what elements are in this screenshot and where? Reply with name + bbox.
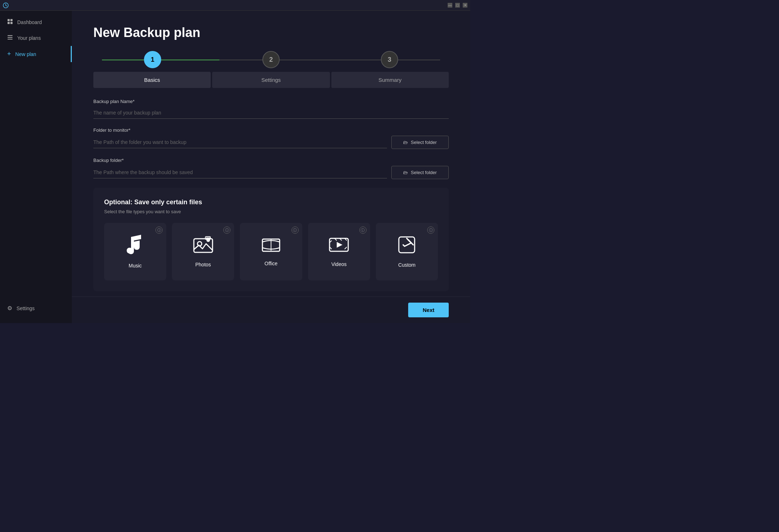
office-label: Office: [265, 261, 277, 266]
step-tabs: Basics Settings Summary: [93, 72, 449, 88]
tab-summary[interactable]: Summary: [331, 72, 449, 88]
maximize-button[interactable]: □: [455, 3, 460, 8]
file-type-office[interactable]: ⓘ Office: [240, 223, 302, 280]
step-circle-1: 1: [144, 51, 161, 68]
sidebar-item-new-plan[interactable]: + New plan: [0, 46, 72, 62]
svg-rect-2: [10, 19, 13, 21]
backup-folder-field: Backup folder* 🗁 Select folder: [93, 158, 449, 179]
plus-icon: +: [7, 50, 11, 58]
select-folder-backup-button[interactable]: 🗁 Select folder: [391, 166, 449, 179]
bottom-bar: Next: [72, 297, 470, 323]
sidebar-item-new-plan-label: New plan: [15, 51, 36, 57]
sidebar-item-dashboard[interactable]: Dashboard: [0, 14, 72, 30]
folder-to-monitor-label: Folder to monitor*: [93, 127, 449, 133]
tab-basics[interactable]: Basics: [93, 72, 211, 88]
sidebar-item-settings[interactable]: ⚙ Settings: [0, 300, 72, 316]
svg-rect-4: [10, 22, 13, 24]
svg-rect-5: [8, 35, 13, 36]
settings-icon: ⚙: [7, 305, 12, 312]
file-type-music[interactable]: ⓘ Music: [104, 223, 166, 280]
svg-rect-1: [8, 19, 10, 21]
backup-plan-name-field: Backup plan Name*: [93, 99, 449, 119]
videos-info-icon[interactable]: ⓘ: [359, 227, 367, 234]
svg-line-21: [345, 247, 347, 249]
backup-folder-label: Backup folder*: [93, 158, 449, 163]
step-circle-2: 2: [262, 51, 280, 68]
main-content: New Backup plan 1 2: [72, 11, 470, 297]
stepper-steps: 1 2 3: [93, 51, 449, 68]
stepper-step-3: 3: [330, 51, 449, 68]
backup-folder-input[interactable]: [93, 167, 387, 178]
sidebar-item-your-plans[interactable]: Your plans: [0, 30, 72, 46]
optional-title: Optional: Save only certain files: [104, 199, 438, 206]
custom-icon: [397, 235, 416, 257]
stepper-container: 1 2 3: [93, 51, 449, 68]
photos-label: Photos: [195, 262, 211, 267]
folder-to-monitor-field: Folder to monitor* 🗁 Select folder: [93, 127, 449, 149]
page-title: New Backup plan: [93, 25, 449, 40]
svg-point-10: [206, 238, 210, 242]
sidebar-item-your-plans-label: Your plans: [17, 35, 41, 41]
music-icon: [126, 235, 145, 258]
file-type-videos[interactable]: ⓘ: [308, 223, 370, 280]
optional-section: Optional: Save only certain files Select…: [93, 188, 449, 291]
sidebar-active-indicator: [71, 46, 72, 62]
sidebar-bottom: ⚙ Settings: [0, 300, 72, 323]
videos-icon: [329, 236, 349, 256]
titlebar-controls: — □ ✕: [448, 3, 467, 8]
videos-label: Videos: [331, 261, 347, 267]
optional-subtitle: Select the file types you want to save: [104, 209, 438, 214]
office-icon: [262, 237, 280, 256]
sidebar: Dashboard Your plans + New plan ⚙ Settin…: [0, 11, 72, 323]
folder-icon-1: 🗁: [403, 140, 408, 145]
select-folder-monitor-button[interactable]: 🗁 Select folder: [391, 136, 449, 149]
svg-marker-15: [337, 242, 342, 248]
folder-icon-2: 🗁: [403, 170, 408, 175]
close-button[interactable]: ✕: [463, 3, 467, 8]
svg-rect-6: [8, 37, 13, 38]
next-button[interactable]: Next: [408, 303, 449, 317]
photos-info-icon[interactable]: ⓘ: [223, 227, 230, 234]
stepper-step-1: 1: [93, 51, 212, 68]
sidebar-item-settings-label: Settings: [17, 305, 35, 311]
titlebar: — □ ✕: [0, 0, 470, 11]
backup-plan-name-label: Backup plan Name*: [93, 99, 449, 104]
titlebar-icon: [3, 3, 9, 8]
minimize-button[interactable]: —: [448, 3, 452, 8]
file-type-grid: ⓘ Music ⓘ: [104, 223, 438, 280]
backup-plan-name-input[interactable]: [93, 107, 449, 119]
folder-to-monitor-row: 🗁 Select folder: [93, 136, 449, 149]
list-icon: [7, 34, 13, 42]
music-info-icon[interactable]: ⓘ: [155, 227, 163, 234]
office-info-icon[interactable]: ⓘ: [291, 227, 299, 234]
music-label: Music: [129, 263, 142, 269]
photos-icon: [193, 236, 213, 257]
svg-rect-7: [8, 39, 13, 39]
step-circle-3: 3: [381, 51, 398, 68]
folder-to-monitor-input[interactable]: [93, 136, 387, 148]
custom-info-icon[interactable]: ⓘ: [427, 227, 434, 234]
tab-settings[interactable]: Settings: [212, 72, 330, 88]
grid-icon: [7, 19, 13, 26]
svg-rect-3: [8, 22, 10, 24]
backup-folder-row: 🗁 Select folder: [93, 166, 449, 179]
file-type-custom[interactable]: ⓘ Custom: [376, 223, 438, 280]
sidebar-item-dashboard-label: Dashboard: [17, 19, 42, 25]
stepper-step-2: 2: [212, 51, 330, 68]
file-type-photos[interactable]: ⓘ Photos: [172, 223, 234, 280]
custom-label: Custom: [398, 262, 415, 268]
